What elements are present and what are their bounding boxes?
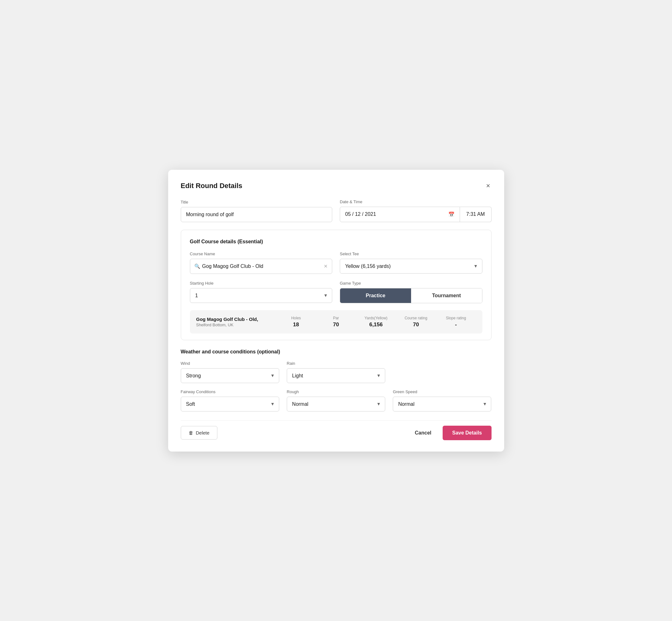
weather-title: Weather and course conditions (optional) [181, 349, 492, 355]
delete-button[interactable]: 🗑 Delete [181, 426, 217, 440]
starting-hole-field: Starting Hole 123 456 78910 ▼ [190, 281, 333, 303]
search-icon: 🔍 [194, 263, 200, 269]
rain-dropdown[interactable]: NoneLightModerateHeavy [287, 368, 385, 383]
select-tee-wrap: Yellow (6,156 yards) White (6,500 yards)… [340, 259, 482, 274]
course-location: Shelford Bottom, UK [196, 323, 276, 327]
game-type-label: Game Type [340, 281, 482, 286]
cancel-button[interactable]: Cancel [410, 426, 436, 440]
rough-wrap: SoftNormalHard ▼ [287, 397, 385, 411]
starting-hole-dropdown[interactable]: 123 456 78910 [190, 288, 333, 303]
slope-rating-label: Slope rating [436, 316, 476, 320]
course-search-wrap: 🔍 ✕ [190, 259, 333, 274]
course-info-name: Gog Magog Golf Club - Old, Shelford Bott… [196, 317, 276, 327]
par-label: Par [316, 316, 356, 320]
starting-hole-wrap: 123 456 78910 ▼ [190, 288, 333, 303]
rough-field: Rough SoftNormalHard ▼ [287, 389, 385, 411]
wind-field: Wind NoneLightModerateStrong ▼ [181, 361, 279, 383]
slope-rating-value: - [436, 322, 476, 328]
game-type-field: Game Type Practice Tournament [340, 281, 482, 303]
date-input[interactable]: 05 / 12 / 2021 📅 [340, 207, 460, 222]
yards-label: Yards(Yellow) [356, 316, 396, 320]
clear-icon[interactable]: ✕ [324, 263, 328, 269]
rough-dropdown[interactable]: SoftNormalHard [287, 397, 385, 411]
game-type-toggle: Practice Tournament [340, 288, 482, 303]
top-row: Title Date & Time 05 / 12 / 2021 📅 7:31 … [181, 199, 492, 222]
fairway-wrap: SoftNormalHard ▼ [181, 397, 279, 411]
datetime-field: Date & Time 05 / 12 / 2021 📅 7:31 AM [340, 199, 492, 222]
tournament-button[interactable]: Tournament [411, 288, 482, 303]
time-input[interactable]: 7:31 AM [460, 207, 492, 222]
date-value: 05 / 12 / 2021 [345, 211, 376, 217]
yards-value: 6,156 [356, 322, 396, 328]
select-tee-field: Select Tee Yellow (6,156 yards) White (6… [340, 251, 482, 274]
course-tee-row: Course Name 🔍 ✕ Select Tee Yellow (6,156… [190, 251, 482, 274]
edit-round-modal: Edit Round Details × Title Date & Time 0… [168, 170, 504, 452]
close-button[interactable]: × [485, 181, 492, 191]
hole-gametype-row: Starting Hole 123 456 78910 ▼ Game Type … [190, 281, 482, 303]
wind-dropdown[interactable]: NoneLightModerateStrong [181, 368, 279, 383]
conditions-row: Fairway Conditions SoftNormalHard ▼ Roug… [181, 389, 492, 411]
select-tee-dropdown[interactable]: Yellow (6,156 yards) White (6,500 yards)… [340, 259, 482, 274]
fairway-dropdown[interactable]: SoftNormalHard [181, 397, 279, 411]
starting-hole-label: Starting Hole [190, 281, 333, 286]
stat-slope-rating: Slope rating - [436, 316, 476, 328]
title-field: Title [181, 200, 333, 222]
green-speed-field: Green Speed SlowNormalFast ▼ [393, 389, 491, 411]
holes-value: 18 [276, 322, 316, 328]
golf-course-section: Golf Course details (Essential) Course N… [181, 230, 492, 340]
practice-button[interactable]: Practice [340, 288, 411, 303]
wind-label: Wind [181, 361, 279, 366]
wind-rain-row: Wind NoneLightModerateStrong ▼ Rain None… [181, 361, 492, 383]
course-rating-label: Course rating [396, 316, 436, 320]
select-tee-label: Select Tee [340, 251, 482, 256]
green-speed-dropdown[interactable]: SlowNormalFast [393, 397, 491, 411]
green-speed-wrap: SlowNormalFast ▼ [393, 397, 491, 411]
time-value: 7:31 AM [466, 211, 485, 217]
footer-right: Cancel Save Details [410, 426, 492, 440]
footer-row: 🗑 Delete Cancel Save Details [181, 420, 492, 440]
rain-field: Rain NoneLightModerateHeavy ▼ [287, 361, 385, 383]
datetime-inner: 05 / 12 / 2021 📅 7:31 AM [340, 207, 492, 222]
golf-section-title: Golf Course details (Essential) [190, 239, 482, 245]
stat-holes: Holes 18 [276, 316, 316, 328]
rough-label: Rough [287, 389, 385, 394]
title-input[interactable] [181, 207, 333, 222]
green-speed-label: Green Speed [393, 389, 491, 394]
par-value: 70 [316, 322, 356, 328]
rain-wrap: NoneLightModerateHeavy ▼ [287, 368, 385, 383]
calendar-icon: 📅 [448, 211, 455, 217]
weather-section: Weather and course conditions (optional)… [181, 349, 492, 411]
title-label: Title [181, 200, 333, 204]
course-name-display: Gog Magog Golf Club - Old, [196, 317, 276, 322]
delete-label: Delete [196, 430, 209, 436]
modal-title: Edit Round Details [181, 182, 243, 190]
course-name-input[interactable] [190, 259, 333, 274]
course-name-field: Course Name 🔍 ✕ [190, 251, 333, 274]
stat-course-rating: Course rating 70 [396, 316, 436, 328]
rain-label: Rain [287, 361, 385, 366]
wind-wrap: NoneLightModerateStrong ▼ [181, 368, 279, 383]
datetime-label: Date & Time [340, 199, 492, 204]
fairway-field: Fairway Conditions SoftNormalHard ▼ [181, 389, 279, 411]
course-name-label: Course Name [190, 251, 333, 256]
modal-header: Edit Round Details × [181, 181, 492, 191]
holes-label: Holes [276, 316, 316, 320]
course-rating-value: 70 [396, 322, 436, 328]
stat-par: Par 70 [316, 316, 356, 328]
stat-yards: Yards(Yellow) 6,156 [356, 316, 396, 328]
rain-spacer [393, 361, 491, 383]
trash-icon: 🗑 [189, 430, 194, 436]
save-button[interactable]: Save Details [443, 426, 491, 440]
fairway-label: Fairway Conditions [181, 389, 279, 394]
course-info-row: Gog Magog Golf Club - Old, Shelford Bott… [190, 310, 482, 334]
